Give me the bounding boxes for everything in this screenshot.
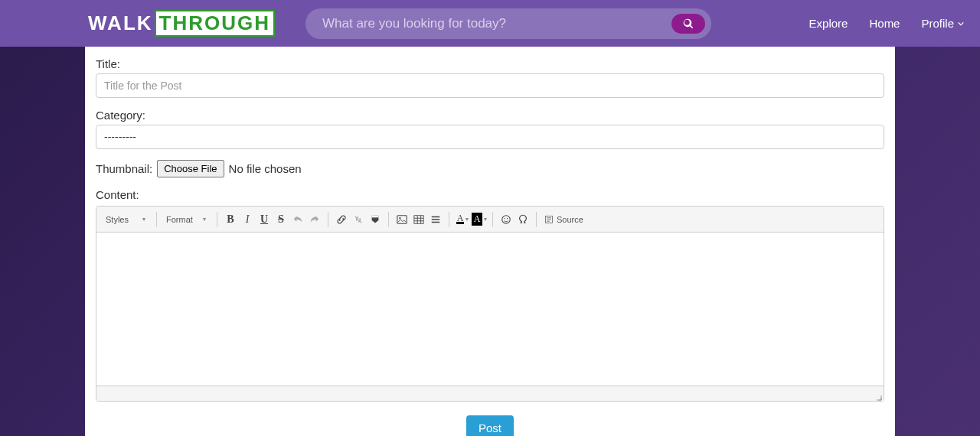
editor-footer xyxy=(96,386,884,401)
bold-button[interactable]: B xyxy=(222,211,239,228)
anchor-button[interactable] xyxy=(367,211,384,228)
search-input[interactable] xyxy=(305,8,711,39)
submit-row: Post xyxy=(96,415,884,436)
content-label: Content: xyxy=(96,188,884,201)
editor-content-area[interactable] xyxy=(96,233,884,386)
svg-point-6 xyxy=(507,217,508,218)
separator xyxy=(388,212,389,227)
nav-explore[interactable]: Explore xyxy=(809,17,848,30)
separator xyxy=(156,212,157,227)
thumbnail-label: Thumbnail: xyxy=(96,162,152,175)
separator xyxy=(492,212,493,227)
category-select[interactable]: --------- xyxy=(96,125,884,149)
title-label: Title: xyxy=(96,57,884,70)
redo-button[interactable] xyxy=(306,211,323,228)
search-icon xyxy=(683,18,694,29)
resize-handle[interactable] xyxy=(873,390,882,399)
nav-home[interactable]: Home xyxy=(869,17,900,30)
search-button[interactable] xyxy=(671,14,705,34)
nav-links: Explore Home Profile xyxy=(809,17,965,30)
logo[interactable]: WALK THROUGH xyxy=(88,10,275,37)
styles-dropdown[interactable]: Styles xyxy=(101,213,153,226)
svg-point-4 xyxy=(502,215,511,223)
category-label: Category: xyxy=(96,109,884,122)
bg-color-button[interactable]: A▾ xyxy=(471,211,488,228)
thumbnail-row: Thumbnail: Choose File No file chosen xyxy=(96,160,884,177)
table-button[interactable] xyxy=(410,211,427,228)
separator xyxy=(217,212,217,227)
post-button[interactable]: Post xyxy=(466,415,514,436)
file-status: No file chosen xyxy=(229,162,302,175)
top-navbar: WALK THROUGH Explore Home Profile xyxy=(0,0,980,47)
svg-rect-0 xyxy=(372,215,379,217)
separator xyxy=(449,212,449,227)
logo-text-walk: WALK xyxy=(88,11,153,35)
text-color-button[interactable]: A▾ xyxy=(454,211,471,228)
link-button[interactable] xyxy=(333,211,350,228)
title-input[interactable] xyxy=(96,73,884,98)
form-panel: Title: Category: --------- Thumbnail: Ch… xyxy=(85,47,895,436)
smiley-button[interactable] xyxy=(498,211,514,228)
source-icon xyxy=(544,215,554,224)
rich-text-editor: Styles▾ Format▾ B I U S xyxy=(96,206,884,402)
svg-point-5 xyxy=(505,217,505,218)
logo-text-through: THROUGH xyxy=(155,10,275,37)
nav-profile-label: Profile xyxy=(921,17,954,30)
special-char-button[interactable] xyxy=(514,211,531,228)
unlink-button[interactable] xyxy=(350,211,367,228)
hr-button[interactable] xyxy=(427,211,444,228)
format-dropdown[interactable]: Format xyxy=(162,213,214,226)
svg-rect-1 xyxy=(397,215,407,223)
separator xyxy=(536,212,537,227)
svg-rect-3 xyxy=(414,215,423,223)
editor-toolbar: Styles▾ Format▾ B I U S xyxy=(96,207,884,233)
svg-point-2 xyxy=(399,217,400,219)
search-container xyxy=(305,8,711,39)
chevron-down-icon xyxy=(957,20,965,28)
undo-button[interactable] xyxy=(289,211,306,228)
source-button[interactable]: Source xyxy=(541,215,586,224)
nav-profile[interactable]: Profile xyxy=(921,17,965,30)
italic-button[interactable]: I xyxy=(239,211,256,228)
separator xyxy=(328,212,328,227)
image-button[interactable] xyxy=(394,211,410,228)
underline-button[interactable]: U xyxy=(256,211,273,228)
source-label: Source xyxy=(557,215,583,224)
choose-file-button[interactable]: Choose File xyxy=(157,160,224,177)
strike-button[interactable]: S xyxy=(273,211,289,228)
